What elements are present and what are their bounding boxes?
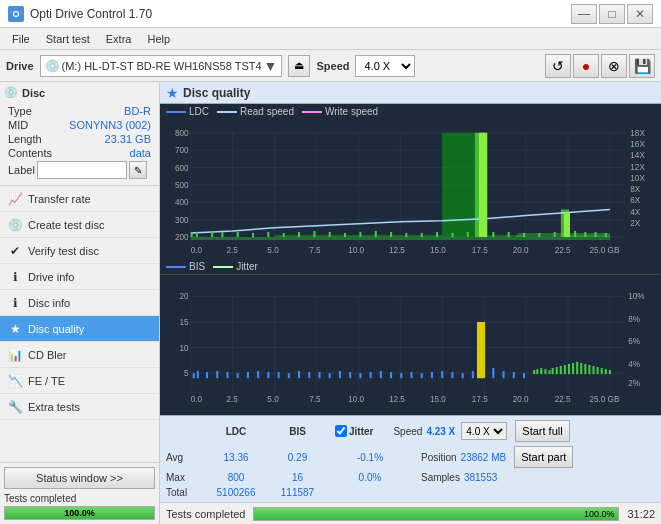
menubar: File Start test Extra Help <box>0 28 661 50</box>
sidebar-item-verify-test-disc[interactable]: ✔ Verify test disc <box>0 238 159 264</box>
sidebar-item-cd-bler[interactable]: 📊 CD Bler <box>0 342 159 368</box>
menu-extra[interactable]: Extra <box>98 31 140 47</box>
mid-label: MID <box>8 119 28 131</box>
label-input[interactable] <box>37 161 127 179</box>
svg-rect-120 <box>216 371 218 378</box>
svg-text:2%: 2% <box>628 379 640 388</box>
app-icon: O <box>8 6 24 22</box>
disc-length-row: Length 23.31 GB <box>8 133 151 145</box>
svg-text:25.0 GB: 25.0 GB <box>589 395 619 404</box>
create-test-icon: 💿 <box>8 218 22 232</box>
label-edit-button[interactable]: ✎ <box>129 161 147 179</box>
disc-info-icon: ℹ <box>8 296 22 310</box>
titlebar-left: O Opti Drive Control 1.70 <box>8 6 152 22</box>
transfer-rate-label: Transfer rate <box>28 193 91 205</box>
speed-select-stats[interactable]: 4.0 X 2.0 X 6.0 X <box>461 422 507 440</box>
svg-rect-128 <box>298 371 300 378</box>
save-button[interactable]: 💾 <box>629 54 655 78</box>
svg-rect-122 <box>237 373 239 378</box>
speed-select[interactable]: 4.0 X 2.0 X 6.0 X <box>355 55 415 77</box>
sidebar-item-fe-te[interactable]: 📉 FE / TE <box>0 368 159 394</box>
svg-rect-158 <box>560 366 562 374</box>
max-label: Max <box>166 472 202 483</box>
svg-rect-65 <box>405 233 407 237</box>
svg-rect-64 <box>390 232 392 237</box>
maximize-button[interactable]: □ <box>599 4 625 24</box>
panel-title: Disc quality <box>183 86 250 100</box>
svg-rect-164 <box>584 364 586 374</box>
sidebar-item-disc-quality[interactable]: ★ Disc quality <box>0 316 159 342</box>
svg-rect-141 <box>431 372 433 378</box>
svg-rect-148 <box>503 371 505 378</box>
nav-items: 📈 Transfer rate 💿 Create test disc ✔ Ver… <box>0 186 159 462</box>
max-ldc: 800 <box>202 472 270 483</box>
menu-file[interactable]: File <box>4 31 38 47</box>
drive-info-icon: ℹ <box>8 270 22 284</box>
svg-rect-62 <box>359 232 361 237</box>
drive-dropdown-icon[interactable]: ▼ <box>264 58 278 74</box>
ldc-legend-label: LDC <box>189 106 209 117</box>
disc-section: 💿 Disc Type BD-R MID SONYNN3 (002) Lengt… <box>0 82 159 186</box>
erase-button[interactable]: ⊗ <box>601 54 627 78</box>
svg-text:20.0: 20.0 <box>513 395 529 404</box>
status-bar-wrap: Tests completed 100.0% <box>4 493 155 520</box>
svg-rect-75 <box>554 232 556 237</box>
write-speed-legend: Write speed <box>302 106 378 117</box>
menu-start-test[interactable]: Start test <box>38 31 98 47</box>
svg-rect-162 <box>576 362 578 374</box>
start-part-button[interactable]: Start part <box>514 446 573 468</box>
svg-rect-149 <box>513 372 515 378</box>
drive-selector[interactable]: 💿 (M:) HL-DT-ST BD-RE WH16NS58 TST4 ▼ <box>40 55 283 77</box>
disc-type-row: Type BD-R <box>8 105 151 117</box>
svg-rect-80 <box>605 233 607 237</box>
svg-text:400: 400 <box>175 198 189 207</box>
svg-rect-66 <box>421 233 423 237</box>
refresh-button[interactable]: ↺ <box>545 54 571 78</box>
svg-rect-57 <box>283 233 285 237</box>
svg-rect-119 <box>206 372 208 378</box>
close-button[interactable]: ✕ <box>627 4 653 24</box>
svg-rect-125 <box>267 372 269 378</box>
speed-stat-value: 4.23 X <box>426 426 455 437</box>
svg-rect-131 <box>329 373 331 378</box>
start-full-button[interactable]: Start full <box>515 420 569 442</box>
disc-header: 💿 Disc <box>4 86 155 99</box>
jitter-legend-color <box>213 266 233 268</box>
status-window-button[interactable]: Status window >> <box>4 467 155 489</box>
svg-text:2X: 2X <box>630 219 641 228</box>
svg-text:2.5: 2.5 <box>226 395 238 404</box>
sidebar-item-create-test-disc[interactable]: 💿 Create test disc <box>0 212 159 238</box>
bottom-chart-svg: 20 15 10 5 10% 8% 6% 4% 2% 0.0 2.5 5.0 7… <box>160 275 661 415</box>
read-speed-legend-color <box>217 111 237 113</box>
sidebar-item-transfer-rate[interactable]: 📈 Transfer rate <box>0 186 159 212</box>
svg-text:6X: 6X <box>630 196 641 205</box>
eject-button[interactable]: ⏏ <box>288 55 310 77</box>
svg-rect-144 <box>462 373 464 378</box>
drive-icon: 💿 <box>45 59 60 73</box>
jitter-checkbox[interactable] <box>335 425 347 437</box>
svg-rect-73 <box>523 233 525 237</box>
sidebar-item-drive-info[interactable]: ℹ Drive info <box>0 264 159 290</box>
svg-rect-70 <box>479 133 487 237</box>
sidebar-item-extra-tests[interactable]: 🔧 Extra tests <box>0 394 159 420</box>
svg-rect-142 <box>441 371 443 378</box>
svg-text:4X: 4X <box>630 208 641 217</box>
extra-tests-label: Extra tests <box>28 401 80 413</box>
sidebar-item-disc-info[interactable]: ℹ Disc info <box>0 290 159 316</box>
record-button[interactable]: ● <box>573 54 599 78</box>
max-bis: 16 <box>270 472 325 483</box>
svg-text:16X: 16X <box>630 140 645 149</box>
svg-text:12X: 12X <box>630 163 645 172</box>
status-text: Tests completed <box>4 493 155 504</box>
content-area: ★ Disc quality LDC Read speed Write spee… <box>160 82 661 524</box>
menu-help[interactable]: Help <box>139 31 178 47</box>
svg-rect-145 <box>472 371 474 378</box>
bis-header: BIS <box>270 426 325 437</box>
minimize-button[interactable]: — <box>571 4 597 24</box>
svg-rect-127 <box>288 373 290 378</box>
svg-text:0.0: 0.0 <box>191 395 203 404</box>
toolbar-icons: ↺ ● ⊗ 💾 <box>545 54 655 78</box>
svg-rect-136 <box>380 371 382 378</box>
svg-text:5: 5 <box>184 369 189 378</box>
svg-text:17.5: 17.5 <box>472 246 488 255</box>
